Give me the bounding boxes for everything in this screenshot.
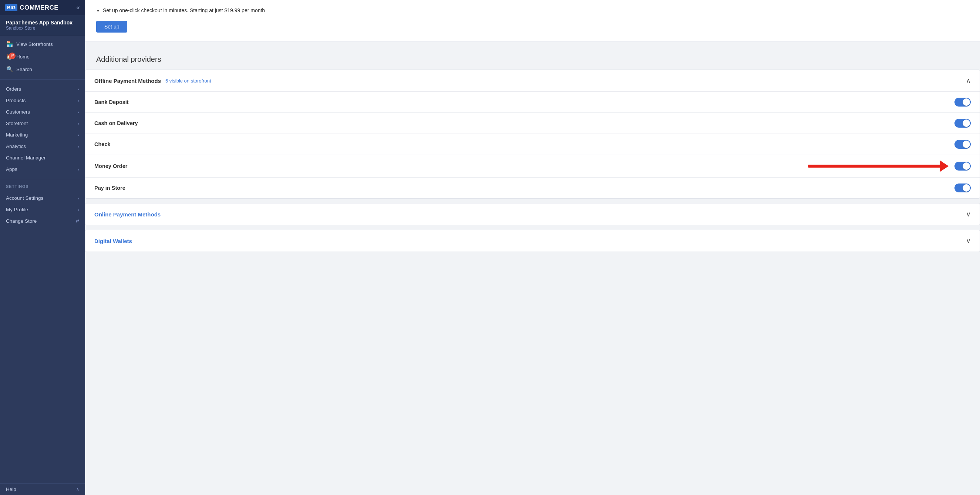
- home-badge: 15: [9, 53, 16, 59]
- payment-method-label: Money Order: [94, 163, 127, 169]
- annotation-arrow: [808, 161, 948, 171]
- main-content: Set up one-click checkout in minutes. St…: [85, 0, 980, 252]
- settings-nav-group: Account Settings › My Profile › Change S…: [0, 190, 85, 229]
- sidebar: BIG COMMERCE « PapaThemes App Sandbox Sa…: [0, 0, 85, 495]
- sidebar-item-products[interactable]: Products ›: [0, 95, 85, 106]
- payment-method-label: Bank Deposit: [94, 99, 129, 105]
- accordion-header-left: Offline Payment Methods 5 visible on sto…: [94, 78, 211, 84]
- payment-row-pay-in-store: Pay in Store: [86, 177, 980, 198]
- chevron-down-icon: ∨: [966, 237, 971, 245]
- sidebar-collapse-button[interactable]: «: [76, 4, 80, 11]
- arrow-head: [940, 160, 948, 172]
- online-payment-title: Online Payment Methods: [94, 211, 161, 218]
- sidebar-item-help[interactable]: Help ∧: [0, 484, 85, 495]
- sidebar-item-change-store[interactable]: Change Store ⇄: [0, 215, 85, 227]
- chevron-right-icon: ›: [78, 110, 79, 114]
- toggle-thumb: [963, 184, 970, 192]
- store-info: PapaThemes App Sandbox Sandbox Store: [0, 15, 85, 35]
- sidebar-item-home[interactable]: 🏠 15 Home: [0, 50, 85, 63]
- sidebar-item-label: Channel Manager: [6, 155, 79, 161]
- offline-accordion-header[interactable]: Offline Payment Methods 5 visible on sto…: [86, 70, 980, 91]
- toggle-thumb: [963, 119, 970, 127]
- payment-row-bank-deposit: Bank Deposit: [86, 91, 980, 113]
- digital-wallets-title: Digital Wallets: [94, 238, 132, 244]
- accordion-header-left: Online Payment Methods: [94, 211, 161, 218]
- money-order-right: [808, 161, 971, 171]
- sidebar-item-label: Orders: [6, 86, 75, 92]
- sidebar-item-analytics[interactable]: Analytics ›: [0, 140, 85, 152]
- setup-button[interactable]: Set up: [96, 21, 127, 33]
- sidebar-item-apps[interactable]: Apps ›: [0, 164, 85, 175]
- payment-method-label: Check: [94, 141, 111, 147]
- chevron-right-icon: ›: [78, 99, 79, 103]
- promo-card: Set up one-click checkout in minutes. St…: [85, 0, 980, 42]
- offline-payment-panel: Offline Payment Methods 5 visible on sto…: [85, 70, 980, 199]
- online-payment-panel: Online Payment Methods ∨: [85, 203, 980, 225]
- sidebar-item-label: Help: [6, 487, 73, 492]
- sidebar-item-label: Change Store: [6, 218, 73, 224]
- chevron-right-icon: ›: [78, 167, 79, 172]
- section-title: Additional providers: [85, 48, 980, 70]
- offline-payment-title: Offline Payment Methods: [94, 78, 161, 84]
- bank-deposit-toggle[interactable]: [955, 98, 971, 107]
- offline-payment-badge: 5 visible on storefront: [165, 78, 211, 84]
- toggle-thumb: [963, 99, 970, 106]
- sidebar-item-label: Marketing: [6, 132, 75, 138]
- sidebar-item-orders[interactable]: Orders ›: [0, 83, 85, 95]
- sidebar-item-channel-manager[interactable]: Channel Manager: [0, 152, 85, 164]
- chevron-right-icon: ›: [78, 207, 79, 212]
- payment-row-check: Check: [86, 134, 980, 154]
- digital-wallets-panel: Digital Wallets ∨: [85, 230, 980, 252]
- sidebar-item-label: Products: [6, 98, 75, 103]
- sidebar-item-account-settings[interactable]: Account Settings ›: [0, 193, 85, 204]
- main-content-area: Set up one-click checkout in minutes. St…: [85, 0, 980, 495]
- change-store-icon: ⇄: [76, 219, 79, 223]
- sidebar-item-my-profile[interactable]: My Profile ›: [0, 204, 85, 215]
- cash-on-delivery-toggle[interactable]: [955, 119, 971, 127]
- sidebar-header: BIG COMMERCE «: [0, 0, 85, 15]
- settings-section-label: Settings: [0, 181, 85, 190]
- payment-method-label: Pay in Store: [94, 185, 126, 191]
- wallets-accordion-header[interactable]: Digital Wallets ∨: [86, 230, 980, 251]
- sidebar-item-label: Customers: [6, 109, 75, 115]
- sidebar-item-label: Account Settings: [6, 195, 75, 201]
- main-nav-group: Orders › Products › Customers › Storefro…: [0, 81, 85, 177]
- sidebar-item-label: Search: [16, 67, 79, 72]
- logo-text: COMMERCE: [20, 4, 59, 11]
- chevron-right-icon: ›: [78, 87, 79, 91]
- chevron-right-icon: ›: [78, 133, 79, 137]
- online-accordion-header[interactable]: Online Payment Methods ∨: [86, 204, 980, 225]
- store-name: PapaThemes App Sandbox: [6, 20, 79, 25]
- storefront-icon: 🏪: [6, 41, 13, 47]
- money-order-toggle[interactable]: [955, 162, 971, 170]
- toggle-thumb: [963, 140, 970, 148]
- sidebar-item-marketing[interactable]: Marketing ›: [0, 129, 85, 140]
- arrow-line: [808, 165, 940, 167]
- sidebar-item-label: View Storefronts: [16, 41, 79, 47]
- sidebar-item-label: Apps: [6, 167, 75, 172]
- sidebar-logo: BIG COMMERCE: [5, 4, 59, 11]
- chevron-up-icon: ∧: [76, 487, 79, 492]
- chevron-right-icon: ›: [78, 121, 79, 126]
- sidebar-bottom: Help ∧: [0, 483, 85, 495]
- top-nav-group: 🏪 View Storefronts 🏠 15 Home 🔍 Search: [0, 35, 85, 78]
- sidebar-item-search[interactable]: 🔍 Search: [0, 63, 85, 75]
- sidebar-item-label: Storefront: [6, 121, 75, 126]
- chevron-right-icon: ›: [78, 144, 79, 149]
- sidebar-item-view-storefronts[interactable]: 🏪 View Storefronts: [0, 38, 85, 50]
- nav-divider: [0, 79, 85, 80]
- sidebar-item-customers[interactable]: Customers ›: [0, 106, 85, 118]
- sidebar-item-storefront[interactable]: Storefront ›: [0, 118, 85, 129]
- pay-in-store-toggle[interactable]: [955, 183, 971, 193]
- nav-divider-2: [0, 179, 85, 179]
- sidebar-item-label: Home: [16, 54, 79, 60]
- payment-row-money-order: Money Order: [86, 154, 980, 177]
- search-icon: 🔍: [6, 66, 13, 73]
- chevron-up-icon: ∧: [966, 76, 971, 85]
- sidebar-item-label: My Profile: [6, 207, 75, 212]
- store-subtitle: Sandbox Store: [6, 25, 79, 31]
- check-toggle[interactable]: [955, 140, 971, 149]
- chevron-down-icon: ∨: [966, 210, 971, 218]
- sidebar-item-label: Analytics: [6, 143, 75, 149]
- accordion-header-left: Digital Wallets: [94, 238, 132, 244]
